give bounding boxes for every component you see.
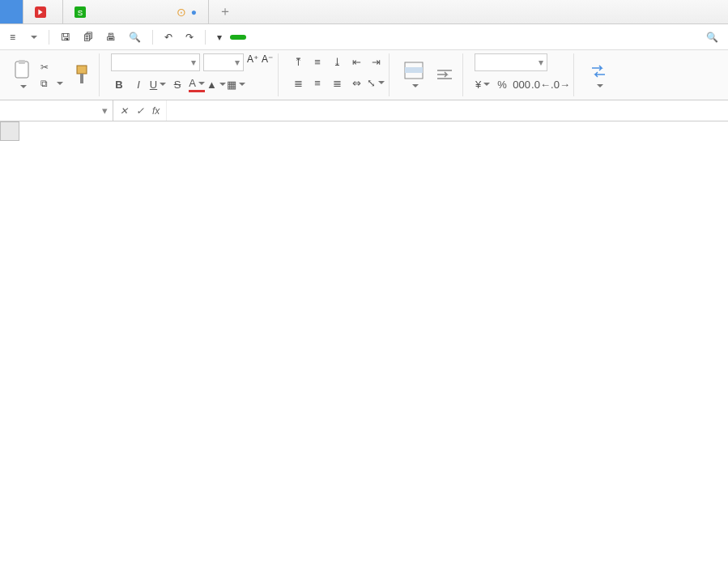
save-icon[interactable]: 🖫 [56,28,75,46]
svg-rect-8 [405,67,423,73]
fx-icon[interactable]: fx [152,105,160,117]
hamburger-icon[interactable]: ≡ [5,28,20,46]
ribbon: ✂ ⧉ ▾ ▾ A⁺ A⁻ B I U S A ▲ ▦ ⤒ ≡ ⤓ ⇤ [0,50,728,100]
menubar: ≡ 🖫 🗐 🖶 🔍 ↶ ↷ ▾ 🔍 [0,24,728,50]
underline-icon[interactable]: U [150,76,166,92]
cancel-formula-icon[interactable]: ✕ [120,105,128,117]
scissors-icon: ✂ [40,62,49,73]
decrease-decimal-icon[interactable]: .0→ [552,76,568,92]
indent-left-icon[interactable]: ⇤ [348,53,364,70]
ribbon-tab-layout[interactable] [262,34,272,40]
increase-decimal-icon[interactable]: .0← [533,76,549,92]
copy-button[interactable]: ⧉ [39,77,65,90]
font-size-select[interactable]: ▾ [203,53,244,71]
ribbon-tab-formula[interactable] [275,34,285,40]
distribute-icon[interactable]: ⇔ [348,75,364,91]
cut-button[interactable]: ✂ [39,61,65,74]
wrap-button[interactable] [432,64,458,87]
align-center-icon[interactable]: ≡ [309,75,326,91]
align-middle-icon[interactable]: ≡ [309,53,326,70]
accept-formula-icon[interactable]: ✓ [136,105,144,117]
tab-file-menu[interactable]: ● [191,6,197,18]
ribbon-tab-member[interactable] [340,34,350,40]
clipboard-icon [13,59,31,80]
wrap-icon [435,66,454,83]
daoke-icon [35,6,46,18]
paste-button[interactable] [10,58,34,93]
merge-icon [404,62,424,79]
formula-input[interactable] [166,100,728,121]
file-menu[interactable] [23,31,42,44]
spreadsheet-grid [0,121,728,141]
align-left-icon[interactable]: ≣ [290,75,306,91]
font-color-icon[interactable]: A [189,76,205,92]
comma-icon[interactable]: 000 [513,76,530,92]
redo-icon[interactable]: ↷ [181,28,198,46]
bold-icon[interactable]: B [111,76,127,92]
warning-icon: ⊙ [177,6,186,19]
spreadsheet-icon: S [75,6,86,18]
strike-icon[interactable]: S [169,76,185,92]
type-convert-button[interactable] [585,60,611,91]
tab-daoke[interactable] [23,0,63,23]
print-icon[interactable]: 🖶 [101,28,121,46]
currency-icon[interactable]: ¥ [475,76,491,92]
tab-home[interactable] [0,0,23,23]
search-icon[interactable]: 🔍 [701,28,723,46]
svg-rect-5 [77,66,87,74]
ribbon-tab-view[interactable] [314,34,324,40]
ribbon-tab-devtools[interactable] [327,34,337,40]
dropdown-icon[interactable]: ▾ [212,28,227,46]
window-tabs: S ⊙ ● ＋ [0,0,728,24]
fill-color-icon[interactable]: ▲ [208,76,224,92]
brush-icon [73,64,91,85]
ribbon-tab-smart[interactable] [353,34,363,40]
ribbon-tab-data[interactable] [288,34,298,40]
number-format-select[interactable]: ▾ [475,53,547,71]
merge-button[interactable] [401,60,427,91]
orientation-icon[interactable]: ⤡ [368,75,384,91]
name-box[interactable]: ▾ [0,100,113,121]
svg-rect-6 [80,74,83,83]
ribbon-tab-start[interactable] [230,35,246,40]
tab-add-button[interactable]: ＋ [209,0,241,23]
tab-file[interactable]: S ⊙ ● [63,0,209,23]
svg-rect-4 [19,60,25,64]
border-icon[interactable]: ▦ [228,76,244,92]
convert-icon [589,62,608,79]
svg-text:S: S [78,7,83,16]
select-all-corner[interactable] [0,121,19,141]
percent-icon[interactable]: % [494,76,510,92]
ribbon-tab-insert[interactable] [249,34,259,40]
paste-label [18,82,27,92]
undo-icon[interactable]: ↶ [160,28,177,46]
ribbon-tab-review[interactable] [301,34,311,40]
preview-icon[interactable]: 🔍 [124,28,146,46]
italic-icon[interactable]: I [130,76,147,92]
font-family-select[interactable]: ▾ [111,53,200,71]
align-top-icon[interactable]: ⤒ [290,53,306,70]
increase-font-icon[interactable]: A⁺ [247,53,258,71]
copy-icon: ⧉ [40,78,48,89]
save-as-icon[interactable]: 🗐 [79,28,98,46]
indent-right-icon[interactable]: ⇥ [368,53,384,70]
align-bottom-icon[interactable]: ⤓ [329,53,345,70]
formula-bar: ▾ ✕ ✓ fx [0,100,728,121]
decrease-font-icon[interactable]: A⁻ [262,53,273,71]
align-right-icon[interactable]: ≣ [329,75,345,91]
format-painter-button[interactable] [70,62,94,88]
